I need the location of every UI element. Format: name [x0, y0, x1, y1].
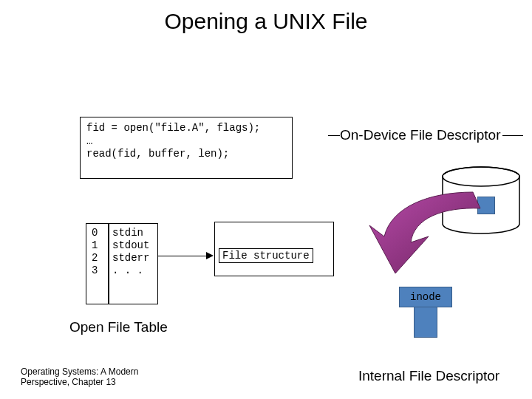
oft-name-3: . . . [112, 265, 143, 276]
internal-fd-label: Internal File Descriptor [358, 368, 499, 384]
footer-citation: Operating Systems: A Modern Perspective,… [21, 367, 138, 388]
oft-idx-0: 0 [92, 227, 98, 239]
oft-name-2: stderr [112, 252, 149, 264]
code-line-3: read(fid, buffer, len); [86, 148, 229, 160]
oft-name-1: stdout [112, 239, 149, 251]
ondevice-line-left [328, 135, 340, 136]
arrow-oft-to-fs-head [206, 252, 214, 259]
inode-tail-icon [414, 307, 437, 338]
open-file-table-label: Open File Table [69, 319, 168, 335]
code-box: fid = open("file.A", flags); … read(fid,… [80, 117, 293, 179]
swoosh-arrow-icon [362, 185, 495, 284]
slide-title: Opening a UNIX File [0, 9, 532, 34]
ondevice-line-right [502, 135, 523, 136]
inode-box: inode [399, 287, 452, 307]
oft-idx-2: 2 [92, 252, 98, 264]
code-line-2: … [86, 135, 92, 147]
arrow-oft-to-fs [157, 256, 208, 256]
file-structure-label: File structure [219, 248, 313, 263]
code-line-1: fid = open("file.A", flags); [86, 122, 260, 134]
oft-idx-3: 3 [92, 265, 98, 276]
ondevice-fd-label: On-Device File Descriptor [340, 127, 501, 143]
oft-name-0: stdin [112, 227, 143, 239]
footer-line-2: Perspective, Chapter 13 [21, 378, 138, 388]
footer-line-1: Operating Systems: A Modern [21, 367, 138, 378]
oft-idx-1: 1 [92, 239, 98, 251]
